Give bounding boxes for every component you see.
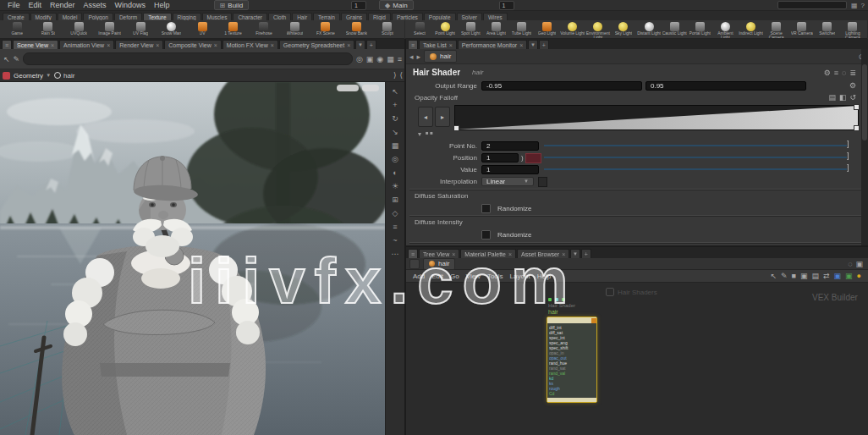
shelf-tab-grains[interactable]: Grains [341, 13, 367, 20]
select-icon[interactable]: ↖ [392, 87, 398, 96]
menu-windows[interactable]: Windows [111, 1, 151, 9]
flag-blue-icon[interactable]: ▣ [834, 272, 842, 280]
take-selector[interactable]: ◆ Main [379, 0, 414, 10]
shelf-tab-muscles[interactable]: Muscles [202, 13, 233, 20]
collapse-icon[interactable]: ▾ [418, 130, 421, 138]
tab-menu-icon[interactable]: ▾ [355, 40, 365, 49]
shelf-tool-tube-light[interactable]: Tube Light [508, 21, 534, 38]
shelf-tool-environment-light[interactable]: Environment Light [585, 21, 611, 38]
node-body[interactable]: diff_intdiff_satspec_intspec_angspec_shi… [547, 317, 597, 403]
output-range-max-field[interactable]: 0.95 [646, 81, 806, 91]
desktop-selector[interactable]: ⊞ Build [214, 0, 250, 10]
ladder-icon[interactable] [538, 177, 547, 187]
display-icon[interactable]: ▣ [855, 260, 863, 268]
presets-icon[interactable]: ▤ [828, 93, 836, 102]
parm-node-chip[interactable]: hair [424, 50, 457, 63]
shelf-tool-sculpt[interactable]: Sculpt [372, 21, 403, 38]
shelf-tool-uv[interactable]: UV [187, 21, 217, 38]
net-menu-tools[interactable]: Tools [484, 273, 507, 280]
shelf-tool-indirect-light[interactable]: Indirect Light [738, 21, 763, 38]
gear-icon[interactable]: ⚙ [849, 81, 856, 90]
shelf-tool-snow-bank[interactable]: Snow Bank [341, 21, 371, 38]
shelf-tool-scene-camera[interactable]: Scene Camera [764, 21, 789, 38]
pane-tab-current[interactable]: ≡ [2, 40, 12, 49]
badge-yellow-icon[interactable]: ● [857, 272, 861, 280]
handles-icon[interactable]: ▦ [392, 141, 399, 150]
net-menu-add[interactable]: Add [409, 273, 428, 280]
current-node-indicator[interactable]: hair [54, 72, 74, 80]
shelf-tool-rain-st[interactable]: Rain St [32, 21, 63, 38]
shelf-tool-distant-light[interactable]: Distant Light [636, 21, 662, 38]
search-input[interactable] [777, 1, 847, 9]
shelf-tool-fx-scene[interactable]: FX Scene [310, 21, 341, 38]
shelf-tool-firehose[interactable]: Firehose [249, 21, 279, 38]
hair-shader-node[interactable]: Hair Shader hair diff_intdiff_satspec_in… [547, 298, 599, 403]
lock-icon[interactable]: ◧ [839, 93, 847, 102]
pen-icon[interactable]: ✎ [781, 272, 788, 280]
display-mode-dropdown[interactable]: Geometry ▼ [14, 72, 51, 80]
grid-icon[interactable]: ▦ [387, 55, 394, 63]
ramp-point-marker-icon[interactable]: ■ ■ [426, 130, 433, 138]
flag-green-icon[interactable]: ▣ [845, 272, 853, 280]
close-tab-icon[interactable]: × [449, 42, 453, 48]
gear-icon[interactable]: ⚙ [824, 69, 831, 77]
back-icon[interactable]: ◂ [409, 52, 414, 61]
close-tab-icon[interactable]: × [51, 42, 54, 48]
snap-icon[interactable]: ◎ [356, 55, 363, 63]
box-icon[interactable]: ■ [792, 272, 796, 280]
camera-icon[interactable]: ▣ [366, 55, 374, 63]
shelf-tool-caustic-light[interactable]: Caustic Light [662, 21, 687, 38]
shelf-tab-deform[interactable]: Deform [114, 13, 142, 20]
pane-tab-scene-view[interactable]: Scene View× [13, 40, 58, 49]
swap-icon[interactable]: ⇄ [823, 272, 830, 280]
viewport-path-field[interactable] [23, 52, 353, 65]
wire-icon[interactable]: ◇ [393, 209, 398, 218]
shelf-tool-whiteout[interactable]: Whiteout [279, 21, 310, 38]
shelf-tab-rigging[interactable]: Rigging [173, 13, 201, 20]
expand-icon[interactable]: ⟩ [393, 71, 397, 80]
shelf-tab-wires[interactable]: Wires [483, 13, 508, 20]
list-icon[interactable]: ≡ [834, 69, 838, 77]
pane-tab-performance-monitor[interactable]: Performance Monitor× [458, 40, 527, 49]
menu-render[interactable]: Render [46, 1, 80, 9]
shelf-tool-image-paint[interactable]: Image Paint [94, 21, 124, 38]
menu-assets[interactable]: Assets [80, 1, 111, 9]
pane-tab-render-view[interactable]: Render View× [115, 40, 163, 49]
pane-tab-current[interactable]: ≡ [408, 40, 418, 49]
network-canvas[interactable]: Hair Shaders VEX Builder Hair Shader hai… [406, 283, 868, 435]
close-tab-icon[interactable]: × [347, 42, 350, 48]
close-tab-icon[interactable]: × [214, 42, 217, 48]
options-icon[interactable]: ≡ [398, 55, 402, 63]
pane-tab-material-palette[interactable]: Material Palette× [460, 249, 516, 258]
ramp-handle-start[interactable] [453, 125, 459, 131]
randomize-checkbox[interactable] [481, 204, 491, 213]
tab-menu-icon[interactable]: ▾ [570, 249, 580, 258]
ramp-handle-end[interactable] [854, 125, 860, 131]
ramp-prev-button[interactable]: ◂ [418, 107, 433, 127]
more-icon[interactable]: ⋯ [392, 250, 399, 258]
layers-icon[interactable]: ≡ [393, 223, 397, 231]
help-icon[interactable]: ? [861, 2, 865, 9]
close-tab-icon[interactable]: × [562, 251, 565, 257]
shelf-tool-point-light[interactable]: Point Light [432, 21, 458, 38]
template-flag-icon[interactable] [562, 298, 565, 301]
ramp-next-button[interactable]: ▸ [435, 107, 450, 127]
output-range-min-field[interactable]: -0.95 [481, 81, 642, 91]
network-path-chip[interactable]: hair [423, 258, 455, 270]
point-no-slider[interactable] [544, 145, 847, 146]
display-flag-icon[interactable] [548, 298, 552, 301]
net-menu-edit[interactable]: Edit [428, 273, 447, 280]
pane-tab-motion-fx-view[interactable]: Motion FX View× [222, 40, 278, 49]
shelf-tool-volume-light[interactable]: Volume Light [560, 21, 585, 38]
shelf-tool-snow-man[interactable]: Snow Man [156, 21, 186, 38]
shelf-tool-game[interactable]: Game [2, 21, 32, 38]
view-icon[interactable]: ◎ [392, 155, 398, 163]
shelf-tab-texture[interactable]: Texture [143, 13, 171, 20]
pane-tab-current[interactable]: ≡ [408, 249, 418, 258]
forward-icon[interactable]: ▸ [417, 52, 421, 61]
close-tab-icon[interactable]: × [271, 42, 274, 48]
value-slider[interactable] [544, 168, 847, 170]
position-swatch[interactable] [525, 153, 541, 163]
net-menu-layout[interactable]: Layout [507, 273, 534, 280]
value-field[interactable]: 1 [481, 165, 539, 174]
